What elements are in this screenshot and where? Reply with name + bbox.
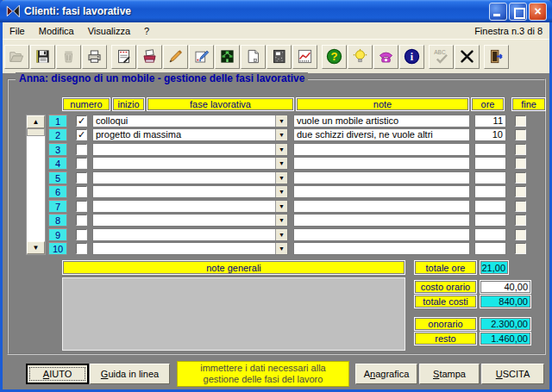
inizio-checkbox[interactable] (76, 243, 87, 254)
chevron-down-icon[interactable]: ▼ (275, 243, 287, 254)
delete-button[interactable] (56, 45, 81, 69)
fase-combobox[interactable]: ▼ (92, 143, 288, 156)
new-record-button[interactable] (111, 45, 136, 69)
phone-button[interactable] (373, 45, 398, 69)
fine-checkbox[interactable] (515, 229, 526, 240)
close-button[interactable]: × (529, 3, 547, 21)
note-input[interactable] (293, 185, 470, 198)
row-number-button[interactable]: 4 (48, 157, 67, 170)
fase-combobox[interactable]: progetto di massima▼ (92, 128, 288, 141)
menu-help[interactable]: ? (137, 24, 156, 38)
print-button[interactable] (82, 45, 107, 69)
help-button[interactable]: ? (322, 45, 347, 69)
fine-checkbox[interactable] (515, 186, 526, 197)
fine-checkbox[interactable] (515, 201, 526, 212)
fine-checkbox[interactable] (515, 243, 526, 254)
fine-checkbox[interactable] (515, 115, 526, 127)
menu-visualizza[interactable]: Visualizza (81, 24, 137, 38)
rows-scrollbar[interactable]: ▲ ▼ (26, 115, 46, 255)
note-input[interactable] (293, 200, 470, 213)
document-button[interactable] (241, 45, 266, 69)
chevron-down-icon[interactable]: ▼ (275, 186, 287, 197)
fine-checkbox[interactable] (515, 158, 526, 169)
inizio-checkbox[interactable] (76, 172, 87, 184)
inizio-checkbox[interactable] (76, 144, 87, 155)
scroll-thumb[interactable] (27, 128, 45, 136)
fine-checkbox[interactable] (515, 172, 526, 184)
costo-orario-input[interactable]: 40,00 (480, 280, 531, 294)
tip-button[interactable] (348, 45, 373, 69)
fase-combobox[interactable]: ▼ (92, 242, 288, 255)
statistics-button[interactable] (292, 45, 317, 69)
row-number-button[interactable]: 10 (48, 242, 67, 255)
guida-in-linea-button[interactable]: Guida in linea (90, 364, 170, 384)
edit-button[interactable] (163, 45, 188, 69)
chevron-down-icon[interactable]: ▼ (275, 172, 287, 184)
row-number-button[interactable]: 8 (48, 214, 67, 227)
fine-checkbox[interactable] (515, 215, 526, 226)
inizio-checkbox[interactable] (76, 158, 87, 169)
chevron-down-icon[interactable]: ▼ (275, 115, 287, 127)
row-number-button[interactable]: 2 (48, 128, 67, 141)
fase-combobox[interactable]: ▼ (92, 171, 288, 184)
ore-input[interactable]: 10 (474, 128, 506, 141)
scroll-down-button[interactable]: ▼ (27, 241, 45, 254)
note-generali-textarea[interactable] (62, 277, 405, 351)
ore-input[interactable] (474, 228, 506, 241)
save-button[interactable] (30, 45, 55, 69)
row-number-button[interactable]: 5 (48, 171, 67, 184)
ore-input[interactable] (474, 157, 506, 170)
note-input[interactable]: vuole un mobile artistico (293, 115, 470, 128)
titlebar[interactable]: Clienti: fasi lavorative × (0, 0, 552, 22)
row-number-button[interactable]: 9 (48, 228, 67, 241)
scroll-track[interactable] (27, 136, 45, 241)
fine-checkbox[interactable] (515, 144, 526, 155)
ore-input[interactable] (474, 143, 506, 156)
chevron-down-icon[interactable]: ▼ (275, 129, 287, 140)
note-input[interactable]: due schizzi diversi, ne vuole altri (293, 128, 470, 141)
note-input[interactable] (293, 171, 470, 184)
ore-input[interactable] (474, 200, 506, 213)
draw-button[interactable] (189, 45, 214, 69)
fase-combobox[interactable]: ▼ (92, 228, 288, 241)
row-number-button[interactable]: 7 (48, 200, 67, 213)
ore-input[interactable] (474, 185, 506, 198)
notebook-button[interactable] (267, 45, 292, 69)
inizio-checkbox[interactable] (76, 201, 87, 212)
ore-input[interactable] (474, 171, 506, 184)
note-input[interactable] (293, 143, 470, 156)
note-input[interactable] (293, 242, 470, 255)
ore-input[interactable]: 11 (474, 115, 506, 128)
chevron-down-icon[interactable]: ▼ (275, 158, 287, 169)
open-button[interactable] (4, 45, 29, 69)
maximize-button[interactable] (509, 3, 527, 21)
spellcheck-button[interactable]: ABC (429, 45, 454, 69)
fase-combobox[interactable]: ▼ (92, 157, 288, 170)
ore-input[interactable] (474, 214, 506, 227)
menu-file[interactable]: File (3, 24, 32, 38)
chevron-down-icon[interactable]: ▼ (275, 144, 287, 155)
menu-modifica[interactable]: Modifica (32, 24, 81, 38)
inizio-checkbox[interactable]: ✓ (76, 129, 87, 140)
inizio-checkbox[interactable]: ✓ (76, 115, 87, 127)
chevron-down-icon[interactable]: ▼ (275, 215, 287, 226)
exit-button[interactable] (484, 45, 509, 69)
chevron-down-icon[interactable]: ▼ (275, 201, 287, 212)
note-input[interactable] (293, 157, 470, 170)
fase-combobox[interactable]: colloqui▼ (92, 115, 288, 128)
note-input[interactable] (293, 228, 470, 241)
chevron-down-icon[interactable]: ▼ (275, 229, 287, 240)
cancel-button[interactable] (455, 45, 480, 69)
row-number-button[interactable]: 3 (48, 143, 67, 156)
ore-input[interactable] (474, 242, 506, 255)
fase-combobox[interactable]: ▼ (92, 214, 288, 227)
uscita-button[interactable]: USCITA (481, 364, 544, 384)
fase-combobox[interactable]: ▼ (92, 200, 288, 213)
row-number-button[interactable]: 6 (48, 185, 67, 198)
fine-checkbox[interactable] (515, 129, 526, 140)
row-number-button[interactable]: 1 (48, 115, 67, 128)
minimize-button[interactable] (489, 3, 507, 21)
inizio-checkbox[interactable] (76, 186, 87, 197)
scroll-up-button[interactable]: ▲ (27, 115, 45, 128)
tree-view-button[interactable] (215, 45, 240, 69)
